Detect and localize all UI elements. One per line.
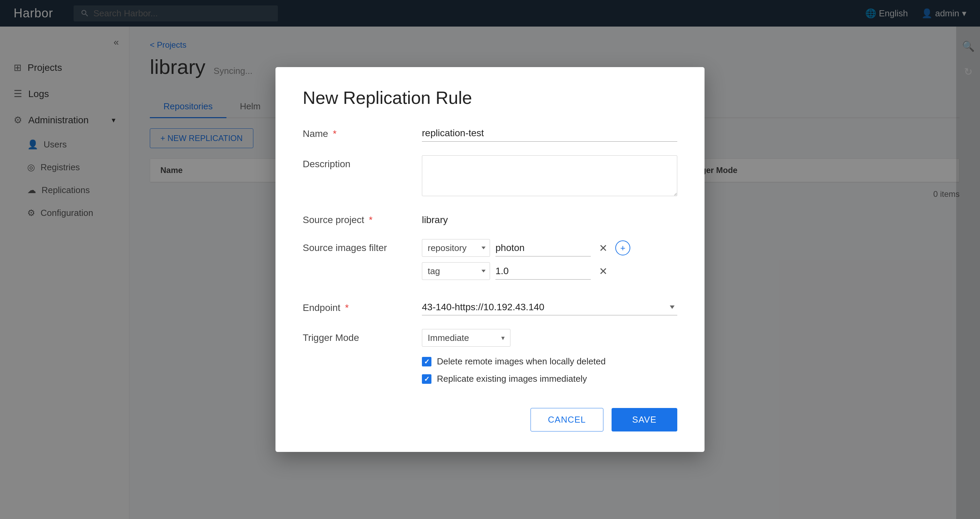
trigger-mode-select-wrap[interactable]: Immediate Scheduled Event Based ▾ xyxy=(422,329,511,347)
name-input[interactable] xyxy=(422,125,677,142)
filter-add-button[interactable]: + xyxy=(615,240,630,255)
replicate-existing-checkbox-row: ✓ Replicate existing images immediately xyxy=(422,374,677,384)
source-images-filter-label: Source images filter xyxy=(303,239,412,253)
trigger-mode-controls: Immediate Scheduled Event Based ▾ ✓ Dele… xyxy=(422,329,677,391)
endpoint-select[interactable]: 43-140-https://10.192.43.140 xyxy=(422,299,677,315)
filter-value-input-2[interactable] xyxy=(495,263,591,280)
source-project-field-row: Source project * library xyxy=(303,211,677,225)
trigger-mode-select[interactable]: Immediate Scheduled Event Based xyxy=(428,333,501,343)
endpoint-required-star: * xyxy=(345,302,349,313)
delete-remote-checkbox[interactable]: ✓ xyxy=(422,357,431,366)
name-required-star: * xyxy=(332,128,336,139)
endpoint-label: Endpoint * xyxy=(303,299,412,313)
save-button[interactable]: SAVE xyxy=(612,408,677,431)
filter-type-select-1[interactable]: repository tag xyxy=(422,239,490,257)
checkmark-icon: ✓ xyxy=(424,358,430,366)
endpoint-select-wrap: 43-140-https://10.192.43.140 xyxy=(422,299,677,315)
delete-remote-label: Delete remote images when locally delete… xyxy=(437,356,606,367)
filter-row-2: repository tag ✕ xyxy=(422,262,677,280)
trigger-mode-field-row: Trigger Mode Immediate Scheduled Event B… xyxy=(303,329,677,391)
name-label: Name * xyxy=(303,125,412,139)
trigger-mode-label: Trigger Mode xyxy=(303,329,412,343)
replicate-existing-checkbox[interactable]: ✓ xyxy=(422,374,431,384)
filter-row-1: repository tag ✕ + xyxy=(422,239,677,257)
endpoint-field-row: Endpoint * 43-140-https://10.192.43.140 xyxy=(303,299,677,315)
trigger-chevron-icon: ▾ xyxy=(501,334,504,342)
source-project-label: Source project * xyxy=(303,211,412,225)
replicate-existing-label: Replicate existing images immediately xyxy=(437,374,587,384)
filter-type-select-2[interactable]: repository tag xyxy=(422,262,490,280)
checkmark-icon-2: ✓ xyxy=(424,375,430,383)
modal-buttons: CANCEL SAVE xyxy=(303,408,677,431)
modal-overlay: New Replication Rule Name * Description … xyxy=(0,0,980,519)
source-project-value: library xyxy=(422,211,677,225)
filter-value-input-1[interactable] xyxy=(495,240,591,256)
filter-clear-button-2[interactable]: ✕ xyxy=(596,264,610,278)
new-replication-rule-modal: New Replication Rule Name * Description … xyxy=(275,67,705,452)
source-project-value-wrap: library xyxy=(422,211,677,225)
description-textarea-wrap xyxy=(422,155,677,197)
source-project-required-star: * xyxy=(369,215,372,225)
description-textarea[interactable] xyxy=(422,155,677,196)
name-input-wrap xyxy=(422,125,677,142)
modal-title: New Replication Rule xyxy=(303,88,677,108)
source-images-filter-row: Source images filter repository tag ✕ + … xyxy=(303,239,677,285)
filter-clear-button-1[interactable]: ✕ xyxy=(596,241,610,255)
description-field-row: Description xyxy=(303,155,677,197)
delete-remote-checkbox-row: ✓ Delete remote images when locally dele… xyxy=(422,356,677,367)
source-images-filter-controls: repository tag ✕ + repository tag ✕ xyxy=(422,239,677,285)
name-field-row: Name * xyxy=(303,125,677,142)
cancel-button[interactable]: CANCEL xyxy=(531,408,603,431)
description-label: Description xyxy=(303,155,412,170)
